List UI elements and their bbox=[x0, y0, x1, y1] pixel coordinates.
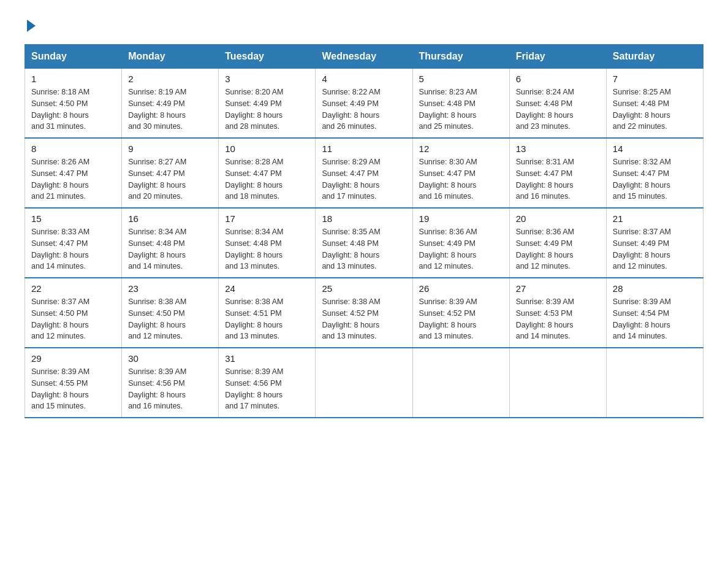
day-info: Sunrise: 8:38 AMSunset: 4:50 PMDaylight:… bbox=[128, 296, 212, 342]
day-number: 13 bbox=[516, 144, 600, 154]
table-cell bbox=[412, 348, 509, 418]
table-cell: 20Sunrise: 8:36 AMSunset: 4:49 PMDayligh… bbox=[509, 208, 606, 278]
table-cell: 14Sunrise: 8:32 AMSunset: 4:47 PMDayligh… bbox=[606, 138, 703, 208]
day-info: Sunrise: 8:34 AMSunset: 4:48 PMDaylight:… bbox=[128, 226, 212, 272]
table-cell: 29Sunrise: 8:39 AMSunset: 4:55 PMDayligh… bbox=[25, 348, 122, 418]
table-row: 22Sunrise: 8:37 AMSunset: 4:50 PMDayligh… bbox=[25, 278, 703, 348]
table-cell: 13Sunrise: 8:31 AMSunset: 4:47 PMDayligh… bbox=[509, 138, 606, 208]
day-info: Sunrise: 8:35 AMSunset: 4:48 PMDaylight:… bbox=[322, 226, 406, 272]
day-info: Sunrise: 8:24 AMSunset: 4:48 PMDaylight:… bbox=[516, 86, 600, 132]
day-number: 14 bbox=[613, 144, 697, 154]
day-number: 12 bbox=[419, 144, 503, 154]
day-number: 31 bbox=[225, 353, 309, 364]
table-cell: 17Sunrise: 8:34 AMSunset: 4:48 PMDayligh… bbox=[219, 208, 316, 278]
day-info: Sunrise: 8:38 AMSunset: 4:51 PMDaylight:… bbox=[225, 296, 309, 342]
day-info: Sunrise: 8:19 AMSunset: 4:49 PMDaylight:… bbox=[128, 86, 212, 132]
day-info: Sunrise: 8:26 AMSunset: 4:47 PMDaylight:… bbox=[31, 156, 115, 202]
calendar-table: Sunday Monday Tuesday Wednesday Thursday… bbox=[25, 44, 703, 418]
day-info: Sunrise: 8:32 AMSunset: 4:47 PMDaylight:… bbox=[613, 156, 697, 202]
table-cell bbox=[509, 348, 606, 418]
table-row: 1Sunrise: 8:18 AMSunset: 4:50 PMDaylight… bbox=[25, 69, 703, 139]
day-number: 20 bbox=[516, 213, 600, 224]
day-number: 2 bbox=[128, 74, 212, 84]
table-cell: 21Sunrise: 8:37 AMSunset: 4:49 PMDayligh… bbox=[606, 208, 703, 278]
table-cell: 2Sunrise: 8:19 AMSunset: 4:49 PMDaylight… bbox=[122, 69, 219, 139]
table-cell: 27Sunrise: 8:39 AMSunset: 4:53 PMDayligh… bbox=[509, 278, 606, 348]
table-cell: 31Sunrise: 8:39 AMSunset: 4:56 PMDayligh… bbox=[219, 348, 316, 418]
table-cell: 1Sunrise: 8:18 AMSunset: 4:50 PMDaylight… bbox=[25, 69, 122, 139]
table-cell: 23Sunrise: 8:38 AMSunset: 4:50 PMDayligh… bbox=[122, 278, 219, 348]
day-number: 4 bbox=[322, 74, 406, 84]
day-number: 26 bbox=[419, 283, 503, 294]
table-cell: 22Sunrise: 8:37 AMSunset: 4:50 PMDayligh… bbox=[25, 278, 122, 348]
table-cell: 16Sunrise: 8:34 AMSunset: 4:48 PMDayligh… bbox=[122, 208, 219, 278]
day-info: Sunrise: 8:36 AMSunset: 4:49 PMDaylight:… bbox=[516, 226, 600, 272]
calendar-body: 1Sunrise: 8:18 AMSunset: 4:50 PMDaylight… bbox=[25, 69, 703, 418]
table-cell: 19Sunrise: 8:36 AMSunset: 4:49 PMDayligh… bbox=[412, 208, 509, 278]
day-info: Sunrise: 8:39 AMSunset: 4:53 PMDaylight:… bbox=[516, 296, 600, 342]
table-cell: 9Sunrise: 8:27 AMSunset: 4:47 PMDaylight… bbox=[122, 138, 219, 208]
day-info: Sunrise: 8:37 AMSunset: 4:50 PMDaylight:… bbox=[31, 296, 115, 342]
day-info: Sunrise: 8:39 AMSunset: 4:55 PMDaylight:… bbox=[31, 366, 115, 412]
table-cell: 25Sunrise: 8:38 AMSunset: 4:52 PMDayligh… bbox=[316, 278, 412, 348]
day-number: 9 bbox=[128, 144, 212, 154]
day-info: Sunrise: 8:22 AMSunset: 4:49 PMDaylight:… bbox=[322, 86, 406, 132]
day-info: Sunrise: 8:23 AMSunset: 4:48 PMDaylight:… bbox=[419, 86, 503, 132]
day-number: 24 bbox=[225, 283, 309, 294]
day-info: Sunrise: 8:31 AMSunset: 4:47 PMDaylight:… bbox=[516, 156, 600, 202]
day-number: 19 bbox=[419, 213, 503, 224]
table-cell bbox=[316, 348, 412, 418]
day-info: Sunrise: 8:29 AMSunset: 4:47 PMDaylight:… bbox=[322, 156, 406, 202]
col-saturday: Saturday bbox=[606, 45, 703, 69]
day-number: 18 bbox=[322, 213, 406, 224]
table-row: 29Sunrise: 8:39 AMSunset: 4:55 PMDayligh… bbox=[25, 348, 703, 418]
day-number: 28 bbox=[613, 283, 697, 294]
day-number: 15 bbox=[31, 213, 115, 224]
day-number: 10 bbox=[225, 144, 309, 154]
col-tuesday: Tuesday bbox=[219, 45, 316, 69]
day-number: 29 bbox=[31, 353, 115, 364]
day-number: 30 bbox=[128, 353, 212, 364]
day-info: Sunrise: 8:18 AMSunset: 4:50 PMDaylight:… bbox=[31, 86, 115, 132]
table-row: 15Sunrise: 8:33 AMSunset: 4:47 PMDayligh… bbox=[25, 208, 703, 278]
day-number: 1 bbox=[31, 74, 115, 84]
day-info: Sunrise: 8:28 AMSunset: 4:47 PMDaylight:… bbox=[225, 156, 309, 202]
day-number: 6 bbox=[516, 74, 600, 84]
day-number: 21 bbox=[613, 213, 697, 224]
logo-arrow-icon bbox=[27, 20, 36, 32]
col-monday: Monday bbox=[122, 45, 219, 69]
table-cell: 28Sunrise: 8:39 AMSunset: 4:54 PMDayligh… bbox=[606, 278, 703, 348]
header-row: Sunday Monday Tuesday Wednesday Thursday… bbox=[25, 45, 703, 69]
col-friday: Friday bbox=[509, 45, 606, 69]
day-info: Sunrise: 8:39 AMSunset: 4:56 PMDaylight:… bbox=[225, 366, 309, 412]
table-cell: 11Sunrise: 8:29 AMSunset: 4:47 PMDayligh… bbox=[316, 138, 412, 208]
table-cell: 24Sunrise: 8:38 AMSunset: 4:51 PMDayligh… bbox=[219, 278, 316, 348]
day-number: 17 bbox=[225, 213, 309, 224]
day-info: Sunrise: 8:36 AMSunset: 4:49 PMDaylight:… bbox=[419, 226, 503, 272]
table-cell: 8Sunrise: 8:26 AMSunset: 4:47 PMDaylight… bbox=[25, 138, 122, 208]
table-cell: 26Sunrise: 8:39 AMSunset: 4:52 PMDayligh… bbox=[412, 278, 509, 348]
day-number: 23 bbox=[128, 283, 212, 294]
day-info: Sunrise: 8:20 AMSunset: 4:49 PMDaylight:… bbox=[225, 86, 309, 132]
col-wednesday: Wednesday bbox=[316, 45, 412, 69]
day-info: Sunrise: 8:30 AMSunset: 4:47 PMDaylight:… bbox=[419, 156, 503, 202]
day-info: Sunrise: 8:33 AMSunset: 4:47 PMDaylight:… bbox=[31, 226, 115, 272]
day-number: 11 bbox=[322, 144, 406, 154]
day-number: 8 bbox=[31, 144, 115, 154]
day-info: Sunrise: 8:38 AMSunset: 4:52 PMDaylight:… bbox=[322, 296, 406, 342]
day-info: Sunrise: 8:25 AMSunset: 4:48 PMDaylight:… bbox=[613, 86, 697, 132]
table-cell bbox=[606, 348, 703, 418]
col-thursday: Thursday bbox=[412, 45, 509, 69]
day-info: Sunrise: 8:34 AMSunset: 4:48 PMDaylight:… bbox=[225, 226, 309, 272]
col-sunday: Sunday bbox=[25, 45, 122, 69]
table-cell: 4Sunrise: 8:22 AMSunset: 4:49 PMDaylight… bbox=[316, 69, 412, 139]
day-info: Sunrise: 8:27 AMSunset: 4:47 PMDaylight:… bbox=[128, 156, 212, 202]
day-number: 5 bbox=[419, 74, 503, 84]
table-cell: 15Sunrise: 8:33 AMSunset: 4:47 PMDayligh… bbox=[25, 208, 122, 278]
table-cell: 12Sunrise: 8:30 AMSunset: 4:47 PMDayligh… bbox=[412, 138, 509, 208]
day-number: 25 bbox=[322, 283, 406, 294]
day-number: 3 bbox=[225, 74, 309, 84]
table-cell: 5Sunrise: 8:23 AMSunset: 4:48 PMDaylight… bbox=[412, 69, 509, 139]
logo bbox=[25, 18, 36, 32]
page-header bbox=[25, 18, 703, 32]
